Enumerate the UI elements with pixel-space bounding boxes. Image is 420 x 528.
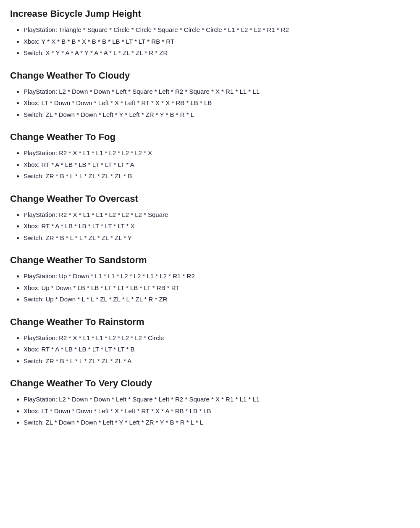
section-change-weather-to-rainstorm: Change Weather To RainstormPlayStation: … xyxy=(10,317,410,367)
section-title: Change Weather To Overcast xyxy=(10,193,410,204)
section-change-weather-to-very-cloudy: Change Weather To Very CloudyPlayStation… xyxy=(10,378,410,428)
list-item: Xbox: LT * Down * Down * Left * X * Left… xyxy=(24,98,410,108)
list-item: Switch: ZL * Down * Down * Left * Y * Le… xyxy=(24,109,410,120)
list-item: Switch: ZR * B * L * L * ZL * ZL * ZL * … xyxy=(24,232,410,243)
cheat-list: PlayStation: Triangle * Square * Circle … xyxy=(10,24,410,58)
cheat-list: PlayStation: R2 * X * L1 * L1 * L2 * L2 … xyxy=(10,209,410,243)
list-item: Xbox: Up * Down * LB * LB * LT * LT * LB… xyxy=(24,282,410,293)
list-item: Switch: ZR * B * L * L * ZL * ZL * ZL * … xyxy=(24,356,410,367)
list-item: Xbox: RT * A * LB * LB * LT * LT * LT * … xyxy=(24,159,410,170)
section-title: Increase Bicycle Jump Height xyxy=(10,8,410,19)
list-item: Xbox: RT * A * LB * LB * LT * LT * LT * … xyxy=(24,344,410,355)
section-title: Change Weather To Sandstorm xyxy=(10,255,410,266)
section-change-weather-to-cloudy: Change Weather To CloudyPlayStation: L2 … xyxy=(10,70,410,120)
cheat-list: PlayStation: L2 * Down * Down * Left * S… xyxy=(10,86,410,120)
cheat-list: PlayStation: R2 * X * L1 * L1 * L2 * L2 … xyxy=(10,148,410,182)
section-change-weather-to-sandstorm: Change Weather To SandstormPlayStation: … xyxy=(10,255,410,305)
cheat-list: PlayStation: L2 * Down * Down * Left * S… xyxy=(10,394,410,428)
list-item: Switch: ZL * Down * Down * Left * Y * Le… xyxy=(24,417,410,428)
list-item: Xbox: Y * X * B * B * X * B * B * LB * L… xyxy=(24,36,410,47)
list-item: Switch: ZR * B * L * L * ZL * ZL * ZL * … xyxy=(24,171,410,182)
section-increase-bicycle-jump-height: Increase Bicycle Jump HeightPlayStation:… xyxy=(10,8,410,58)
section-title: Change Weather To Rainstorm xyxy=(10,317,410,327)
cheat-list: PlayStation: R2 * X * L1 * L1 * L2 * L2 … xyxy=(10,333,410,367)
list-item: PlayStation: R2 * X * L1 * L1 * L2 * L2 … xyxy=(24,209,410,220)
cheat-list: PlayStation: Up * Down * L1 * L1 * L2 * … xyxy=(10,271,410,305)
section-change-weather-to-fog: Change Weather To FogPlayStation: R2 * X… xyxy=(10,132,410,182)
list-item: PlayStation: R2 * X * L1 * L1 * L2 * L2 … xyxy=(24,148,410,158)
section-title: Change Weather To Very Cloudy xyxy=(10,378,410,389)
list-item: PlayStation: L2 * Down * Down * Left * S… xyxy=(24,86,410,97)
list-item: Switch: Up * Down * L * L * ZL * ZL * L … xyxy=(24,294,410,305)
list-item: PlayStation: Up * Down * L1 * L1 * L2 * … xyxy=(24,271,410,282)
list-item: PlayStation: Triangle * Square * Circle … xyxy=(24,24,410,35)
list-item: PlayStation: L2 * Down * Down * Left * S… xyxy=(24,394,410,405)
list-item: Xbox: LT * Down * Down * Left * X * Left… xyxy=(24,406,410,417)
app-container: Increase Bicycle Jump HeightPlayStation:… xyxy=(10,8,410,428)
list-item: Switch: X * Y * A * A * Y * A * A * L * … xyxy=(24,48,410,58)
list-item: Xbox: RT * A * LB * LB * LT * LT * LT * … xyxy=(24,221,410,232)
section-change-weather-to-overcast: Change Weather To OvercastPlayStation: R… xyxy=(10,193,410,243)
list-item: PlayStation: R2 * X * L1 * L1 * L2 * L2 … xyxy=(24,333,410,343)
section-title: Change Weather To Fog xyxy=(10,132,410,143)
section-title: Change Weather To Cloudy xyxy=(10,70,410,81)
